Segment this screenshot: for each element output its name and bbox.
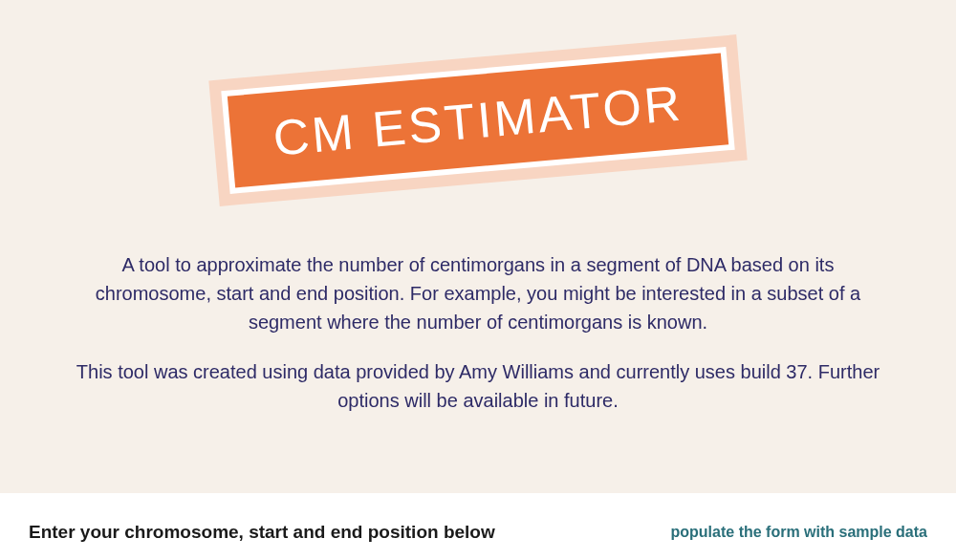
form-header: Enter your chromosome, start and end pos… bbox=[29, 522, 927, 543]
form-heading: Enter your chromosome, start and end pos… bbox=[29, 522, 495, 543]
description-block: A tool to approximate the number of cent… bbox=[67, 250, 889, 415]
hero-section: CM ESTIMATOR A tool to approximate the n… bbox=[0, 0, 956, 493]
description-paragraph-2: This tool was created using data provide… bbox=[67, 357, 889, 415]
form-section: Enter your chromosome, start and end pos… bbox=[0, 493, 956, 560]
banner-border: CM ESTIMATOR bbox=[221, 47, 734, 194]
populate-sample-link[interactable]: populate the form with sample data bbox=[671, 524, 927, 541]
description-paragraph-1: A tool to approximate the number of cent… bbox=[67, 250, 889, 336]
page-title-banner: CM ESTIMATOR bbox=[228, 54, 728, 188]
banner-outer: CM ESTIMATOR bbox=[208, 34, 747, 206]
